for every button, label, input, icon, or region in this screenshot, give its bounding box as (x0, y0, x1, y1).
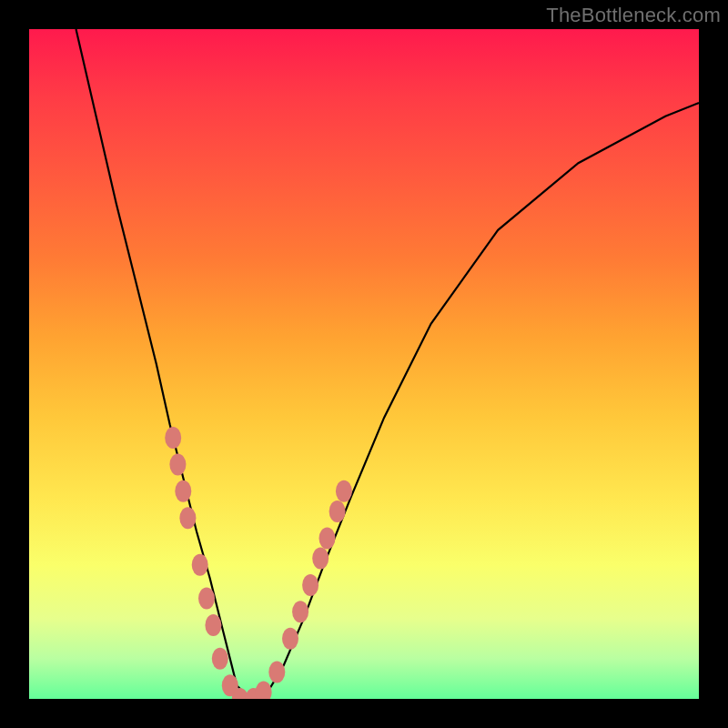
watermark-text: TheBottleneck.com (546, 4, 721, 27)
data-marker (212, 648, 228, 670)
data-marker (292, 601, 308, 622)
data-marker (256, 682, 272, 699)
data-marker (198, 588, 215, 610)
chart-frame: TheBottleneck.com (0, 0, 728, 728)
data-marker (169, 453, 186, 475)
chart-overlay (29, 29, 699, 699)
data-marker (179, 507, 196, 529)
data-marker (319, 527, 336, 549)
data-marker (205, 614, 221, 636)
data-marker (336, 480, 352, 502)
data-marker (282, 628, 298, 650)
marker-group (165, 427, 352, 699)
plot-area (29, 29, 699, 699)
data-marker (302, 574, 318, 596)
data-marker (268, 662, 285, 683)
data-marker (165, 427, 181, 449)
data-marker (192, 554, 208, 576)
data-marker (175, 480, 191, 502)
data-marker (312, 547, 329, 569)
data-marker (329, 500, 346, 522)
bottleneck-curve (76, 29, 700, 699)
